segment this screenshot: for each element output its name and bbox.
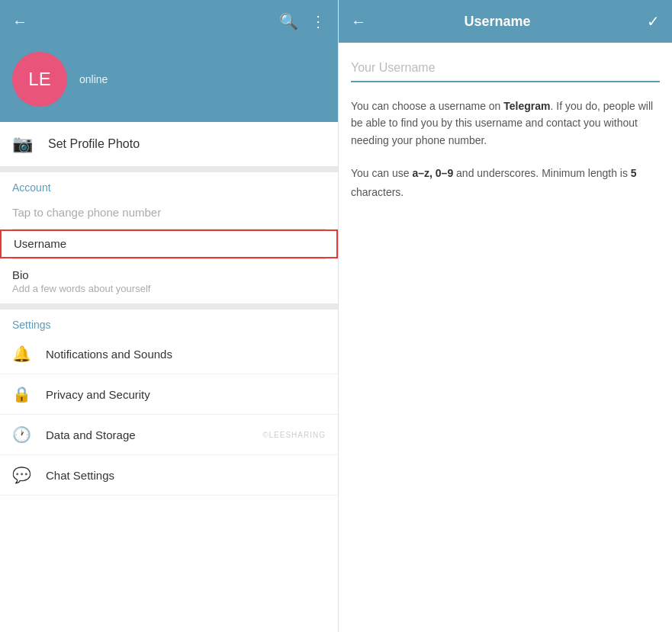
right-header: ← Username ✓ — [339, 0, 672, 43]
username-rules: You can use a–z, 0–9 and underscores. Mi… — [351, 164, 660, 202]
phone-label: Tap to change phone number — [12, 206, 161, 219]
search-button[interactable]: 🔍 — [279, 14, 298, 29]
left-header: ← 🔍 ⋮ — [0, 0, 338, 43]
lock-icon: 🔒 — [12, 385, 31, 403]
right-content: You can choose a username on Telegram. I… — [339, 43, 672, 632]
left-header-left: ← — [12, 14, 27, 29]
bio-hint: Add a few words about yourself — [12, 283, 326, 294]
left-panel: ← 🔍 ⋮ LE online 📷 Set Profile Photo Acco… — [0, 0, 339, 632]
username-input[interactable] — [351, 58, 660, 78]
username-row[interactable]: Username — [0, 229, 338, 258]
privacy-label: Privacy and Security — [46, 388, 150, 401]
watermark: ©LEESHARING — [262, 431, 326, 439]
profile-info: online — [79, 73, 108, 85]
account-section-header: Account — [0, 172, 338, 197]
data-storage-label: Data and Storage — [46, 428, 136, 441]
right-panel: ← Username ✓ You can choose a username o… — [339, 0, 672, 632]
settings-section-header: Settings — [0, 310, 338, 334]
chat-icon: 💬 — [12, 466, 31, 484]
right-title: Username — [366, 14, 629, 30]
chat-settings-label: Chat Settings — [46, 469, 114, 482]
camera-icon: 📷 — [12, 134, 33, 154]
privacy-item[interactable]: 🔒 Privacy and Security — [0, 374, 338, 415]
more-button[interactable]: ⋮ — [310, 14, 326, 29]
bell-icon: 🔔 — [12, 345, 31, 363]
profile-status: online — [79, 73, 108, 85]
set-photo-label: Set Profile Photo — [48, 137, 140, 151]
username-input-wrap — [351, 58, 660, 82]
bio-row[interactable]: Bio Add a few words about yourself — [0, 259, 338, 303]
username-label: Username — [14, 237, 66, 250]
section-divider-2 — [0, 303, 338, 310]
profile-section: LE online — [0, 43, 338, 122]
avatar: LE — [12, 52, 67, 107]
data-storage-item[interactable]: 🕐 Data and Storage ©LEESHARING — [0, 415, 338, 455]
header-icons: 🔍 ⋮ — [279, 14, 326, 29]
checkmark-button[interactable]: ✓ — [647, 12, 660, 30]
clock-icon: 🕐 — [12, 425, 31, 444]
chat-settings-item[interactable]: 💬 Chat Settings — [0, 455, 338, 496]
right-back-button[interactable]: ← — [351, 14, 366, 29]
back-button[interactable]: ← — [12, 14, 27, 29]
bio-label: Bio — [12, 268, 326, 281]
notifications-label: Notifications and Sounds — [46, 348, 172, 361]
set-photo-row[interactable]: 📷 Set Profile Photo — [0, 122, 338, 166]
notifications-item[interactable]: 🔔 Notifications and Sounds — [0, 334, 338, 374]
username-description: You can choose a username on Telegram. I… — [351, 98, 660, 149]
phone-number-row[interactable]: Tap to change phone number — [0, 197, 338, 229]
section-divider-1 — [0, 166, 338, 172]
